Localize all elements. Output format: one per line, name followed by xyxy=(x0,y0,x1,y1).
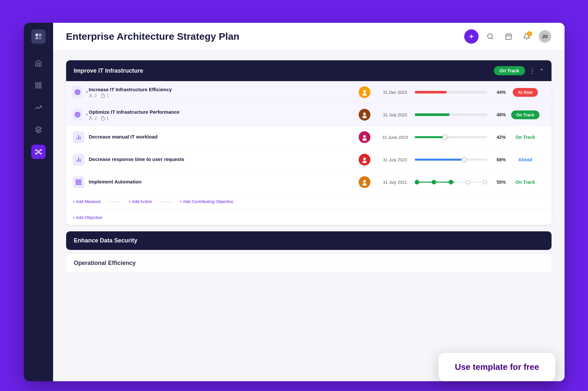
obj-chevron-2[interactable]: ▼ xyxy=(85,112,89,117)
search-button[interactable] xyxy=(484,30,497,43)
sidebar-item-layers[interactable] xyxy=(31,123,46,137)
sidebar xyxy=(24,23,53,381)
slider-progress-4 xyxy=(415,159,487,161)
obj-progress-area-4: 68% xyxy=(415,157,506,162)
obj-date-4: 31 July 2023 xyxy=(376,157,415,162)
obj-date-3: 31 June 2023 xyxy=(376,135,415,140)
svg-point-31 xyxy=(362,93,366,96)
slider-fill-4 xyxy=(415,159,464,161)
objective-row-1: ▼ Increase IT Infrastructure Efficiency … xyxy=(66,81,552,103)
svg-rect-7 xyxy=(39,86,41,88)
obj-info-3: Decrease manual IT workload xyxy=(89,134,353,141)
svg-rect-6 xyxy=(36,86,37,88)
obj-meta-2: 2 1 xyxy=(89,116,353,121)
obj-name-5: Implement Automation xyxy=(89,179,353,184)
add-objective-btn[interactable]: + Add Objective xyxy=(73,215,102,220)
svg-marker-8 xyxy=(35,127,41,130)
obj-name-1: Increase IT Infrastructure Efficiency xyxy=(89,87,353,92)
milestone-dots xyxy=(415,180,487,184)
objective-group-4: Decrease response time to user requests … xyxy=(66,149,552,171)
milestone-progress-5 xyxy=(415,180,487,184)
milestone-dot-4 xyxy=(466,180,470,184)
calendar-button[interactable] xyxy=(502,30,515,43)
svg-point-20 xyxy=(487,34,492,39)
svg-point-29 xyxy=(90,94,91,95)
obj-docs-1: 1 xyxy=(101,94,109,98)
sidebar-item-trends[interactable] xyxy=(31,100,46,115)
progress-fill-2 xyxy=(415,113,450,116)
objective-row-4: Decrease response time to user requests … xyxy=(66,149,552,171)
obj-pct-4: 68% xyxy=(491,157,506,162)
obj-pct-2: 48% xyxy=(491,112,506,117)
obj-progress-area-3: 42% xyxy=(415,135,506,140)
add-button[interactable] xyxy=(464,29,479,44)
section-title-improve-it: Improve IT Infrastructure xyxy=(74,67,143,74)
scroll-area: Improve IT Infrastructure On Track ⋮ ⌃ xyxy=(53,51,565,381)
slider-progress-3 xyxy=(415,136,487,138)
progress-fill-1 xyxy=(415,91,447,94)
obj-chevron-1[interactable]: ▼ xyxy=(85,90,89,94)
slider-thumb-3 xyxy=(442,135,448,140)
add-contributing-btn[interactable]: + Add Contributing Objective xyxy=(179,199,233,204)
notifications-button[interactable]: 1 xyxy=(520,30,533,43)
objective-row-2: ▼ Optimize IT Infrastructure Performance… xyxy=(66,104,552,126)
sidebar-item-dashboard[interactable] xyxy=(31,78,46,93)
svg-rect-44 xyxy=(76,183,78,185)
status-text-on-track-3: On Track xyxy=(516,135,535,140)
svg-point-37 xyxy=(362,116,366,118)
more-options-button[interactable]: ⋮ xyxy=(529,67,536,75)
objective-icon-3 xyxy=(73,131,84,143)
objective-row-5: Implement Automation 31 July 2021 xyxy=(66,171,552,193)
svg-point-11 xyxy=(40,150,41,151)
progress-bar-1 xyxy=(415,91,487,94)
obj-progress-area-2: 48% xyxy=(415,112,506,117)
app-logo[interactable] xyxy=(31,29,46,44)
obj-progress-area-5: 55% xyxy=(415,180,506,185)
obj-info-2: Optimize IT Infrastructure Performance 2 xyxy=(89,109,353,121)
objectives-list: ▼ Increase IT Infrastructure Efficiency … xyxy=(66,81,552,225)
collapse-button[interactable]: ⌃ xyxy=(539,68,544,74)
section-status-badge: On Track xyxy=(494,66,525,75)
svg-point-10 xyxy=(35,150,36,151)
add-action-btn[interactable]: + Add Action xyxy=(128,199,152,204)
obj-icon-area-1: ▼ xyxy=(73,86,89,98)
milestone-dot-2 xyxy=(432,180,436,184)
obj-progress-area-1: 44% xyxy=(415,90,506,95)
header: Enterprise Architecture Strategy Plan xyxy=(53,23,565,51)
objective-icon-2 xyxy=(73,109,82,121)
milestone-dot-5 xyxy=(483,180,487,184)
user-avatar[interactable]: JD xyxy=(538,30,552,43)
obj-docs-2: 1 xyxy=(101,116,109,121)
svg-rect-42 xyxy=(76,180,78,182)
sidebar-item-network[interactable] xyxy=(31,145,46,159)
section-operational: Operational Efficiency xyxy=(66,254,552,272)
obj-users-1: 2 xyxy=(89,94,97,98)
obj-status-1: At Risk xyxy=(506,88,545,97)
obj-icon-area-2: ▼ xyxy=(73,109,89,121)
add-measure-btn[interactable]: + Add Measure xyxy=(73,199,101,204)
obj-name-4: Decrease response time to user requests xyxy=(89,156,353,162)
svg-rect-22 xyxy=(506,34,511,40)
sidebar-item-home[interactable] xyxy=(31,56,46,70)
svg-rect-3 xyxy=(39,37,41,39)
use-template-label: Use template for free xyxy=(455,362,539,372)
page-title: Enterprise Architecture Strategy Plan xyxy=(66,31,239,42)
objective-group-2: ▼ Optimize IT Infrastructure Performance… xyxy=(66,104,552,126)
obj-info-1: Increase IT Infrastructure Efficiency 2 xyxy=(89,87,353,98)
obj-avatar-1 xyxy=(359,86,370,98)
objective-icon-1 xyxy=(73,86,82,98)
section-header-right: On Track ⋮ ⌃ xyxy=(494,66,544,75)
obj-icon-area-4 xyxy=(73,154,89,166)
svg-point-34 xyxy=(77,114,78,115)
obj-users-2: 2 xyxy=(89,116,97,121)
svg-line-21 xyxy=(492,38,493,39)
use-template-box[interactable]: Use template for free xyxy=(438,353,555,381)
separator-1: —— xyxy=(109,198,121,205)
header-actions: 1 JD xyxy=(464,29,552,44)
objective-group-5: Implement Automation 31 July 2021 xyxy=(66,171,552,194)
slider-thumb-4 xyxy=(461,157,466,162)
obj-info-5: Implement Automation xyxy=(89,179,353,186)
milestone-dot-1 xyxy=(415,180,419,184)
status-text-on-track-5: On Track xyxy=(516,180,535,185)
obj-info-4: Decrease response time to user requests xyxy=(89,156,353,163)
